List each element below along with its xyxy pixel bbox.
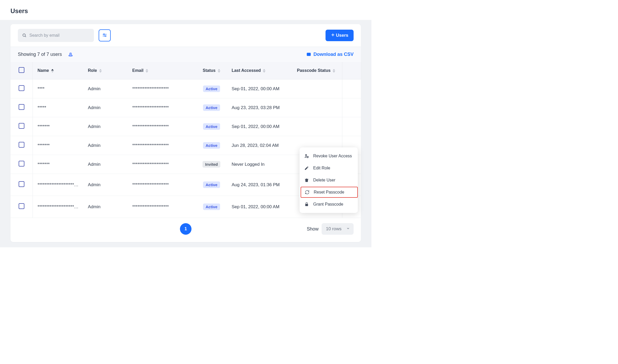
cell-passcode-status [290,117,342,136]
trash-icon [304,178,310,183]
sort-icon [146,69,148,73]
cell-role: Admin [83,155,127,174]
cell-name: **** [33,79,83,98]
svg-point-4 [103,34,104,35]
status-badge: Active [203,204,220,210]
table-row: *******Admin*********************ActiveS… [10,117,361,136]
cell-name: *********************… [33,196,83,218]
svg-rect-15 [305,204,308,206]
cell-last-accessed: Sep 01, 2022, 00:00 AM [227,79,290,98]
cell-passcode-status [290,79,342,98]
menu-label: Grant Passcode [313,202,343,207]
pencil-icon [304,166,310,170]
cell-name: ******* [33,117,83,136]
pager: 1 Show 10 rows [10,218,361,242]
cell-last-accessed: Sep 01, 2022, 00:00 AM [227,117,290,136]
filter-button[interactable] [99,29,111,41]
hat-icon [68,52,73,57]
page-title: Users [10,7,361,15]
sort-icon [99,69,102,73]
col-header-passcode-status[interactable]: Passcode Status [290,62,342,79]
cell-email: ********************* [127,79,196,98]
menu-revoke-access[interactable]: Revoke User Access [300,150,358,162]
cell-role: Admin [83,196,127,218]
add-users-button[interactable]: Users [326,30,354,41]
cell-role: Admin [83,174,127,196]
cell-name: *********************… [33,174,83,196]
menu-label: Revoke User Access [313,154,352,158]
sort-icon [263,69,265,73]
svg-point-0 [23,34,25,36]
sliders-icon [102,33,107,39]
menu-edit-role[interactable]: Edit Role [300,162,358,174]
cell-name: ******* [33,136,83,155]
menu-label: Reset Passcode [314,190,344,195]
rows-label: Show [307,226,318,232]
status-badge: Active [203,104,220,111]
menu-delete-user[interactable]: Delete User [300,174,358,186]
cell-passcode-status [290,98,342,117]
user-revoke-icon [304,154,310,158]
svg-point-11 [305,154,307,156]
lock-icon [304,202,310,207]
reset-icon [305,190,310,195]
col-header-role[interactable]: Role [83,62,127,79]
menu-grant-passcode[interactable]: Grant Passcode [300,198,358,210]
select-all-checkbox[interactable] [19,67,24,73]
summary-text: Showing 7 of 7 users [18,52,62,57]
svg-point-5 [105,35,106,36]
toolbar: Users [10,24,361,47]
search-icon [22,33,27,38]
csv-icon: CSV [306,52,311,57]
cell-role: Admin [83,117,127,136]
svg-text:CSV: CSV [307,54,310,55]
svg-line-1 [25,36,26,37]
col-header-email[interactable]: Email [127,62,196,79]
cell-role: Admin [83,136,127,155]
table-row: *****Admin*********************ActiveAug… [10,98,361,117]
search-input[interactable] [29,33,90,38]
cell-last-accessed: Sep 01, 2022, 00:00 AM [227,196,290,218]
col-header-status[interactable]: Status [196,62,227,79]
svg-rect-14 [305,179,308,180]
row-checkbox[interactable] [19,123,24,129]
cell-email: ********************* [127,196,196,218]
svg-line-13 [307,157,308,158]
cell-last-accessed: Jun 28, 2023, 02:04 AM [227,136,290,155]
search-box[interactable] [18,29,94,42]
rows-per-page-select[interactable]: 10 rows [322,223,354,235]
download-csv-link[interactable]: CSV Download as CSV [306,52,354,57]
status-badge: Active [203,142,220,149]
col-header-last-accessed[interactable]: Last Accessed [227,62,290,79]
row-checkbox[interactable] [19,161,24,167]
cell-role: Admin [83,98,127,117]
cell-email: ********************* [127,117,196,136]
menu-reset-passcode[interactable]: Reset Passcode [300,186,358,198]
menu-label: Edit Role [313,166,330,170]
status-badge: Active [203,181,220,188]
page-number-current[interactable]: 1 [180,223,191,235]
add-users-label: Users [336,33,348,38]
status-badge: Invited [203,161,220,168]
row-context-menu: Revoke User Access Edit Role Delete User… [300,147,358,213]
col-header-name[interactable]: Name [33,62,83,79]
cell-email: ********************* [127,136,196,155]
cell-role: Admin [83,79,127,98]
row-checkbox[interactable] [19,181,24,187]
row-checkbox[interactable] [19,142,24,148]
download-csv-label: Download as CSV [313,52,354,57]
cell-last-accessed: Aug 24, 2023, 01:36 PM [227,174,290,196]
sort-icon [51,69,54,73]
cell-email: ********************* [127,98,196,117]
summary-bar: Showing 7 of 7 users CSV Download as CSV [10,47,361,62]
cell-email: ********************* [127,155,196,174]
status-badge: Active [203,85,220,92]
row-checkbox[interactable] [19,85,24,91]
row-checkbox[interactable] [19,104,24,110]
cell-name: ***** [33,98,83,117]
plus-icon [331,33,335,38]
cell-last-accessed: Never Logged In [227,155,290,174]
status-badge: Active [203,123,220,130]
cell-name: ******* [33,155,83,174]
row-checkbox[interactable] [19,203,24,209]
